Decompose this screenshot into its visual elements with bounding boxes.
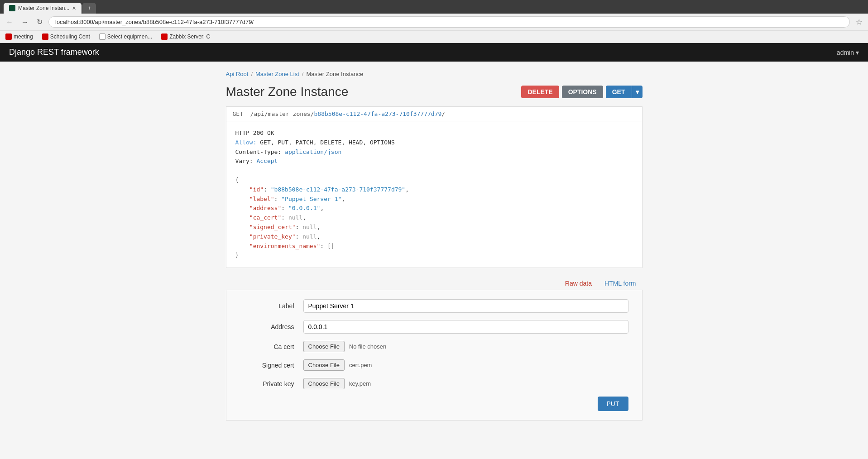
json-block: { "id": "b88b508e-c112-47fa-a273-710f377… bbox=[235, 176, 633, 260]
vary-value: Accept bbox=[256, 158, 278, 164]
tab-html-form[interactable]: HTML form bbox=[598, 277, 642, 290]
bookmark-select-icon bbox=[99, 33, 106, 40]
address-input[interactable] bbox=[303, 320, 628, 334]
app-header: Django REST framework admin ▾ bbox=[0, 43, 868, 62]
bookmark-zabbix[interactable]: Zabbix Server: C bbox=[159, 33, 212, 41]
new-tab-button[interactable]: + bbox=[82, 3, 96, 14]
address-field-label: Address bbox=[240, 323, 303, 330]
request-path: /api/master_zones/b88b508e-c112-47fa-a27… bbox=[247, 110, 445, 117]
content-type-label: Content-Type: bbox=[235, 148, 282, 155]
admin-caret-icon: ▾ bbox=[856, 49, 859, 56]
browser-chrome: Master Zone Instan... ✕ + ← → ↻ ☆ meetin… bbox=[0, 0, 868, 43]
form-tabs: Raw data HTML form bbox=[226, 277, 643, 290]
form-section: Label Address Ca cert Choose File No fil… bbox=[226, 290, 643, 421]
response-box: HTTP 200 OK Allow: GET, PUT, PATCH, DELE… bbox=[226, 121, 643, 268]
signed-cert-file-input: Choose File cert.pem bbox=[303, 359, 372, 371]
bookmarks-bar: meeting Scheduling Cent Select equipmen.… bbox=[0, 31, 868, 43]
bookmark-meeting-icon bbox=[5, 33, 12, 40]
form-row-signed-cert: Signed cert Choose File cert.pem bbox=[240, 359, 628, 371]
tab-label: Master Zone Instan... bbox=[18, 5, 69, 11]
browser-toolbar: ← → ↻ ☆ bbox=[0, 14, 868, 31]
get-button-label: GET bbox=[606, 86, 632, 98]
response-vary-line: Vary: Accept bbox=[235, 157, 633, 166]
reload-button[interactable]: ↻ bbox=[34, 17, 45, 27]
label-input[interactable] bbox=[303, 299, 628, 313]
signed-cert-file-name: cert.pem bbox=[349, 362, 372, 368]
get-info-box: GET /api/master_zones/b88b508e-c112-47fa… bbox=[226, 106, 643, 121]
form-row-ca-cert: Ca cert Choose File No file chosen bbox=[240, 341, 628, 352]
bookmark-meeting-label: meeting bbox=[14, 33, 33, 40]
private-key-field-label: Private key bbox=[240, 380, 303, 387]
admin-label: admin bbox=[837, 49, 854, 56]
header-buttons: DELETE OPTIONS GET ▾ bbox=[521, 86, 642, 98]
breadcrumb-api-root[interactable]: Api Root bbox=[226, 71, 249, 77]
tab-favicon bbox=[9, 5, 15, 11]
bookmark-scheduling[interactable]: Scheduling Cent bbox=[40, 33, 92, 41]
allow-value: GET, PUT, PATCH, DELETE, HEAD, OPTIONS bbox=[260, 139, 394, 146]
bookmark-select[interactable]: Select equipmen... bbox=[97, 33, 154, 41]
admin-menu[interactable]: admin ▾ bbox=[837, 49, 859, 56]
label-field-label: Label bbox=[240, 302, 303, 310]
form-row-label: Label bbox=[240, 299, 628, 313]
page-title: Master Zone Instance bbox=[226, 85, 349, 99]
signed-cert-field-label: Signed cert bbox=[240, 362, 303, 369]
ca-cert-field-label: Ca cert bbox=[240, 343, 303, 350]
address-bar[interactable] bbox=[48, 16, 850, 28]
bookmark-button[interactable]: ☆ bbox=[854, 17, 864, 27]
options-button[interactable]: OPTIONS bbox=[562, 86, 603, 98]
get-button-caret: ▾ bbox=[632, 86, 643, 98]
response-status-line: HTTP 200 OK bbox=[235, 129, 633, 138]
private-key-choose-file-button[interactable]: Choose File bbox=[303, 378, 345, 389]
breadcrumb-current: Master Zone Instance bbox=[306, 71, 363, 77]
private-key-file-name: key.pem bbox=[349, 380, 371, 387]
app-title: Django REST framework bbox=[9, 48, 99, 57]
form-actions: PUT bbox=[240, 397, 628, 411]
allow-label: Allow: bbox=[235, 139, 257, 146]
signed-cert-choose-file-button[interactable]: Choose File bbox=[303, 359, 345, 371]
bookmark-meeting[interactable]: meeting bbox=[4, 33, 35, 41]
bookmark-scheduling-icon bbox=[42, 33, 48, 40]
active-tab[interactable]: Master Zone Instan... ✕ bbox=[4, 3, 82, 14]
bookmark-scheduling-label: Scheduling Cent bbox=[50, 33, 90, 40]
ca-cert-file-input: Choose File No file chosen bbox=[303, 341, 387, 352]
breadcrumb-sep-2: / bbox=[302, 71, 304, 77]
vary-label: Vary: bbox=[235, 158, 253, 164]
delete-button[interactable]: DELETE bbox=[521, 86, 559, 98]
form-row-address: Address bbox=[240, 320, 628, 334]
response-content-type-line: Content-Type: application/json bbox=[235, 148, 633, 157]
tab-raw-data[interactable]: Raw data bbox=[559, 277, 598, 290]
request-method: GET bbox=[233, 110, 243, 117]
response-status: HTTP 200 OK bbox=[235, 129, 274, 136]
breadcrumb: Api Root / Master Zone List / Master Zon… bbox=[226, 71, 643, 77]
tab-close-button[interactable]: ✕ bbox=[72, 5, 76, 11]
breadcrumb-master-zone-list[interactable]: Master Zone List bbox=[255, 71, 299, 77]
form-row-private-key: Private key Choose File key.pem bbox=[240, 378, 628, 389]
breadcrumb-sep-1: / bbox=[251, 71, 253, 77]
ca-cert-file-status: No file chosen bbox=[349, 343, 386, 350]
content-type-value: application/json bbox=[285, 148, 341, 155]
get-button[interactable]: GET ▾ bbox=[606, 86, 643, 98]
page-header: Master Zone Instance DELETE OPTIONS GET … bbox=[226, 85, 643, 99]
bookmark-zabbix-label: Zabbix Server: C bbox=[169, 33, 210, 40]
put-button[interactable]: PUT bbox=[598, 397, 628, 411]
main-content: Api Root / Master Zone List / Master Zon… bbox=[217, 71, 652, 421]
back-button[interactable]: ← bbox=[4, 17, 15, 27]
private-key-file-input: Choose File key.pem bbox=[303, 378, 371, 389]
bookmark-zabbix-icon bbox=[161, 33, 168, 40]
forward-button[interactable]: → bbox=[19, 17, 31, 27]
ca-cert-choose-file-button[interactable]: Choose File bbox=[303, 341, 345, 352]
response-allow-line: Allow: GET, PUT, PATCH, DELETE, HEAD, OP… bbox=[235, 138, 633, 148]
address-input[interactable] bbox=[55, 19, 843, 25]
bookmark-select-label: Select equipmen... bbox=[107, 33, 152, 40]
